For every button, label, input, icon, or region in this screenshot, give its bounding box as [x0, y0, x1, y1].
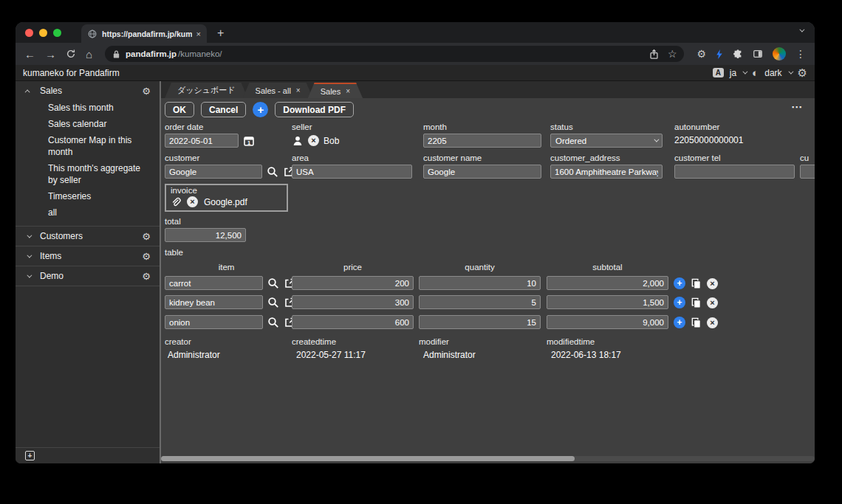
- delete-row-icon[interactable]: ×: [707, 278, 718, 289]
- tab-close-icon[interactable]: ×: [196, 30, 201, 38]
- field-label: customer_address: [550, 153, 663, 163]
- sidebar-item-aggregate-by-seller[interactable]: This month's aggregate by seller: [48, 160, 152, 188]
- clipped-input[interactable]: [800, 165, 815, 179]
- add-button[interactable]: +: [253, 102, 268, 117]
- order-date-input[interactable]: [165, 134, 239, 148]
- quantity-input[interactable]: [419, 315, 541, 329]
- field-clipped: cu: [800, 153, 815, 179]
- tab-search-button[interactable]: [799, 22, 815, 43]
- browser-menu-icon[interactable]: ⋮: [795, 49, 806, 59]
- sidebar: Sales ⚙ Sales this month Sales calendar …: [16, 81, 161, 463]
- quantity-input[interactable]: [419, 295, 541, 309]
- bookmark-star-icon[interactable]: ☆: [668, 49, 677, 59]
- back-button[interactable]: ←: [24, 49, 35, 60]
- new-tab-button[interactable]: +: [207, 27, 224, 43]
- profile-avatar[interactable]: [773, 47, 786, 61]
- customer-name-input[interactable]: [423, 165, 541, 179]
- customer-input[interactable]: [165, 165, 262, 179]
- search-icon[interactable]: [267, 317, 279, 328]
- share-icon[interactable]: [649, 49, 659, 60]
- sidebar-item-customer-map[interactable]: Customer Map in this month: [48, 132, 152, 160]
- home-button[interactable]: ⌂: [86, 49, 92, 60]
- extensions-puzzle-icon[interactable]: [733, 49, 743, 59]
- gear-icon[interactable]: ⚙: [142, 271, 151, 282]
- address-bar[interactable]: pandafirm.jp /kumaneko/ ☆: [105, 46, 684, 62]
- customer-address-input[interactable]: [550, 165, 663, 179]
- add-row-button[interactable]: +: [674, 277, 685, 289]
- table-row: [165, 276, 295, 290]
- tab-sales[interactable]: Sales ×: [308, 83, 363, 98]
- install-app-icon[interactable]: +: [25, 451, 35, 460]
- more-options-icon[interactable]: ⋯: [791, 100, 803, 114]
- customer-tel-input[interactable]: [674, 165, 795, 179]
- search-icon[interactable]: [267, 277, 279, 289]
- price-input[interactable]: [292, 276, 414, 290]
- calendar-icon[interactable]: 1: [243, 135, 255, 147]
- language-select[interactable]: ja: [730, 68, 736, 78]
- browser-tab[interactable]: https://pandafirm.jp/kumaneko ×: [81, 24, 207, 43]
- reload-button[interactable]: [66, 49, 76, 59]
- close-window-button[interactable]: [25, 29, 33, 37]
- status-select[interactable]: Ordered: [550, 134, 663, 148]
- chevron-down-icon: [27, 252, 32, 258]
- gear-icon[interactable]: ⚙: [142, 251, 151, 262]
- duplicate-row-icon[interactable]: [691, 278, 702, 289]
- delete-row-icon[interactable]: ×: [707, 297, 718, 308]
- item-input[interactable]: [165, 315, 263, 329]
- field-label: customer tel: [674, 153, 795, 163]
- gear-icon[interactable]: ⚙: [142, 86, 151, 97]
- chevron-down-icon: [654, 137, 659, 142]
- gear-icon[interactable]: ⚙: [142, 231, 151, 242]
- duplicate-row-icon[interactable]: [691, 297, 702, 308]
- subtotal-input[interactable]: [547, 315, 668, 329]
- tab-close-icon[interactable]: ×: [296, 86, 301, 94]
- ok-button[interactable]: OK: [165, 102, 194, 117]
- area-input[interactable]: [292, 165, 412, 179]
- browser-tab-strip: https://pandafirm.jp/kumaneko × +: [16, 22, 815, 43]
- price-input[interactable]: [292, 315, 414, 329]
- sidebar-item-all[interactable]: all: [48, 204, 152, 221]
- search-icon[interactable]: [267, 166, 278, 178]
- horizontal-scrollbar-thumb[interactable]: [161, 456, 575, 461]
- duplicate-row-icon[interactable]: [691, 317, 702, 328]
- download-pdf-button[interactable]: Download PDF: [275, 102, 354, 117]
- delete-row-icon[interactable]: ×: [707, 317, 718, 328]
- remove-seller-icon[interactable]: ×: [308, 135, 319, 146]
- lightning-extension-icon[interactable]: [716, 49, 723, 60]
- tab-dashboard[interactable]: ダッシュボード: [165, 83, 248, 98]
- sidebar-item-timeseries[interactable]: Timeseries: [48, 188, 152, 204]
- add-row-button[interactable]: +: [674, 317, 685, 328]
- cancel-button[interactable]: Cancel: [201, 102, 246, 117]
- side-panel-icon[interactable]: [753, 49, 763, 59]
- month-input[interactable]: [423, 134, 541, 148]
- sidebar-item-sales-this-month[interactable]: Sales this month: [48, 100, 152, 116]
- sidebar-group-demo-header[interactable]: Demo ⚙: [16, 268, 160, 284]
- field-label: total: [165, 217, 246, 227]
- forward-button[interactable]: →: [45, 49, 56, 60]
- price-input[interactable]: [292, 295, 414, 309]
- sidebar-group-items-header[interactable]: Items ⚙: [16, 248, 160, 264]
- invoice-file-name[interactable]: Google.pdf: [204, 197, 247, 207]
- item-input[interactable]: [165, 295, 263, 309]
- extension-gear-icon[interactable]: ⚙: [696, 49, 706, 59]
- total-input[interactable]: [165, 228, 246, 242]
- sidebar-group-sales-header[interactable]: Sales ⚙: [16, 83, 160, 99]
- table-label: table: [165, 248, 183, 258]
- settings-gear-icon[interactable]: ⚙: [798, 67, 807, 78]
- add-row-button[interactable]: +: [674, 297, 685, 308]
- minimize-window-button[interactable]: [39, 29, 47, 37]
- subtotal-input[interactable]: [547, 295, 668, 309]
- item-input[interactable]: [165, 276, 263, 290]
- sidebar-item-sales-calendar[interactable]: Sales calendar: [48, 116, 152, 132]
- theme-select[interactable]: dark: [764, 68, 781, 78]
- tab-close-icon[interactable]: ×: [346, 87, 350, 95]
- field-autonumber: autonumber 22050000000001: [674, 122, 743, 148]
- quantity-input[interactable]: [419, 276, 541, 290]
- subtotal-input[interactable]: [547, 276, 668, 290]
- search-icon[interactable]: [267, 297, 279, 308]
- remove-file-icon[interactable]: ×: [187, 196, 198, 207]
- field-month: month: [423, 122, 541, 148]
- maximize-window-button[interactable]: [53, 29, 61, 37]
- sidebar-group-customers-header[interactable]: Customers ⚙: [16, 228, 160, 244]
- tab-sales-all[interactable]: Sales - all ×: [243, 83, 313, 98]
